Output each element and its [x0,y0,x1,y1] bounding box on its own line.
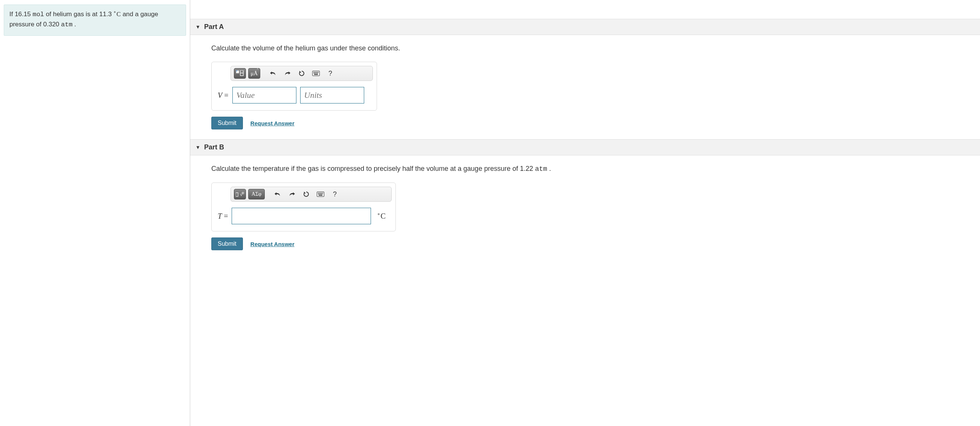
reset-button[interactable] [300,189,312,200]
svg-rect-13 [317,73,318,74]
part-b-prompt: Calculate the temperature if the gas is … [211,164,965,174]
part-b-answer-panel: √ ΑΣφ [211,182,396,231]
symbols-button[interactable]: ΑΣφ [248,189,265,200]
svg-rect-8 [317,72,318,73]
svg-rect-28 [319,195,322,196]
part-a-toolbar: μÅ ° [231,66,373,81]
part-a-header[interactable]: ▼ Part A [190,19,980,35]
redo-button[interactable] [282,68,293,79]
intro-degree: ∘C [113,11,121,18]
unit-suffix: ∘C [377,212,385,220]
svg-rect-19 [318,193,319,193]
undo-button[interactable] [267,68,279,79]
svg-rect-21 [320,193,321,193]
part-a-prompt: Calculate the volume of the helium gas u… [211,43,965,54]
svg-rect-26 [320,194,321,195]
answer-column: ▼ Part A Calculate the volume of the hel… [190,0,980,426]
part-a-body: Calculate the volume of the helium gas u… [190,35,980,139]
svg-rect-27 [321,194,322,195]
submit-button[interactable]: Submit [211,238,243,250]
part-b-equation-row: T = ∘C [212,204,396,231]
part-b-header[interactable]: ▼ Part B [190,139,980,155]
templates-button[interactable]: √ [234,189,246,200]
intro-text-2: of helium gas is at 11.3 [44,11,113,18]
answer-input[interactable] [232,208,371,224]
collapse-icon: ▼ [196,144,200,150]
part-b-body: Calculate the temperature if the gas is … [190,155,980,260]
redo-button[interactable] [286,189,298,200]
keyboard-button[interactable] [315,189,326,200]
intro-text-1: If 16.15 [10,11,32,18]
svg-rect-24 [318,194,319,195]
part-b-toolbar: √ ΑΣφ [231,187,392,202]
value-input[interactable] [232,87,296,103]
svg-rect-11 [315,73,316,74]
svg-rect-22 [321,193,322,193]
svg-rect-1 [236,70,237,71]
keyboard-button[interactable] [310,68,322,79]
intro-text-4: . [73,21,76,28]
svg-rect-12 [316,73,317,74]
part-b-variable-label: T = [218,212,228,220]
help-button[interactable]: ? [324,68,336,79]
intro-unit-mol: mol [32,11,44,18]
svg-rect-6 [315,72,315,73]
svg-rect-14 [314,74,318,75]
request-answer-link[interactable]: Request Answer [250,241,294,247]
part-b-actions: Submit Request Answer [211,238,965,250]
svg-rect-15 [236,193,238,196]
svg-rect-5 [313,72,314,73]
units-input[interactable] [300,87,364,103]
request-answer-link[interactable]: Request Answer [250,120,294,127]
svg-rect-25 [320,194,320,195]
svg-rect-20 [319,193,320,193]
part-b-title: Part B [204,143,224,151]
intro-unit-atm: atm [61,21,73,28]
reset-button[interactable] [296,68,308,79]
part-a-equation-row: V = [212,83,377,110]
collapse-icon: ▼ [196,24,200,30]
undo-button[interactable] [272,189,283,200]
part-a-answer-panel: μÅ ° [211,62,377,111]
templates-button[interactable] [234,68,246,79]
submit-button[interactable]: Submit [211,117,243,130]
svg-rect-23 [322,193,323,193]
symbols-button[interactable]: μÅ ° [248,68,260,79]
problem-intro: If 16.15 mol of helium gas is at 11.3 ∘C… [4,5,186,36]
problem-context-column: If 16.15 mol of helium gas is at 11.3 ∘C… [0,0,190,426]
part-a-variable-label: V = [218,91,229,100]
help-button[interactable]: ? [329,189,341,200]
part-a-actions: Submit Request Answer [211,117,965,130]
svg-rect-9 [318,72,319,73]
part-a-title: Part A [204,23,224,31]
svg-rect-7 [316,72,317,73]
svg-rect-10 [314,73,315,74]
